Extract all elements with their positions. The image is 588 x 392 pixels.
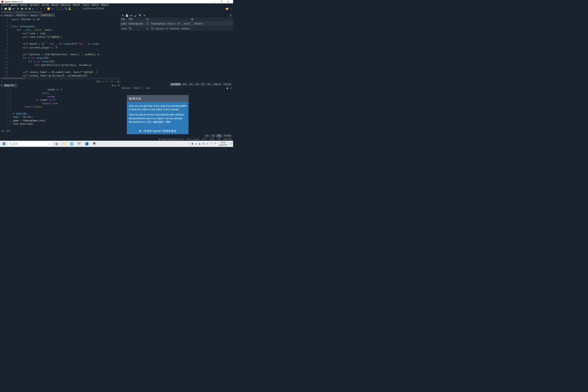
ime-indicator[interactable]: 中 xyxy=(214,142,216,145)
save-as-icon[interactable]: 🗃 xyxy=(130,14,133,17)
browser-icon[interactable]: 🌐 xyxy=(68,141,75,146)
tab-variable-explorer[interactable]: 变量管理器 xyxy=(170,83,181,86)
word-icon[interactable]: ⬚ xyxy=(114,80,116,82)
maximize-button[interactable]: ❐ xyxy=(218,1,225,3)
delete-icon[interactable]: 🧹 xyxy=(134,14,137,17)
tab-online-help[interactable]: 在线帮助 xyxy=(222,134,232,138)
menu-tools[interactable]: 工具(T) xyxy=(81,4,90,7)
lock-icon[interactable]: 🔒 xyxy=(226,87,229,89)
menu-projects[interactable]: 项目(P) xyxy=(72,4,81,7)
save-all-icon[interactable]: 🗃 xyxy=(12,7,15,10)
tab-breakpoints[interactable]: 断点 xyxy=(206,83,212,86)
tab-files[interactable]: 文件 xyxy=(204,134,210,138)
help-object-input[interactable] xyxy=(151,88,185,88)
notifications-icon[interactable]: 💬 xyxy=(230,143,232,145)
horizontal-scrollbar[interactable] xyxy=(0,77,120,79)
fullscreen-icon[interactable]: ⛶ xyxy=(60,7,62,10)
working-dir[interactable]: E:\文档\Python工作目录 xyxy=(82,7,104,10)
close-button[interactable]: ✕ xyxy=(225,1,232,3)
menu-consoles[interactable]: 控制台(O) xyxy=(60,4,71,7)
clear-console-icon[interactable]: 🧹 xyxy=(114,84,117,86)
save-icon[interactable]: 💾 xyxy=(8,7,11,10)
highlight-icon[interactable]: ▦ xyxy=(117,80,119,82)
edge-icon[interactable]: 🔵 xyxy=(83,141,90,146)
security-icon[interactable]: 🛡 xyxy=(207,143,209,145)
close-icon[interactable]: ✕ xyxy=(12,14,13,16)
step-into-icon[interactable]: ⤷ xyxy=(39,7,42,10)
menu-run[interactable]: 运行(R) xyxy=(41,4,50,7)
status-env[interactable]: ✿ conda: base (Python 3.7.6) xyxy=(159,138,183,140)
tutorial-link[interactable]: 教程 xyxy=(171,129,176,132)
refresh-var-icon[interactable]: ⟳ xyxy=(143,14,146,17)
parent-dir-icon[interactable]: ↑ xyxy=(230,7,232,10)
tab-plots[interactable]: 绘图 xyxy=(182,83,187,86)
onedrive-icon[interactable]: ☁ xyxy=(195,143,197,145)
fold-icon[interactable]: ▾ xyxy=(9,56,11,58)
close-icon[interactable]: ✕ xyxy=(14,84,16,86)
code-content[interactable]: import tkinter as tk class GobangGame: d… xyxy=(9,17,120,77)
menu-debug[interactable]: 调试(D) xyxy=(50,4,59,7)
start-button[interactable] xyxy=(1,141,7,146)
case-icon[interactable]: Aa xyxy=(111,80,113,82)
system-tray[interactable]: ^ 👤 ☁ 🖧 🔊 🛡 🔋 中 23:492024/1/27 💬 xyxy=(188,142,232,146)
debug-icon[interactable]: ▶ xyxy=(32,7,35,10)
fold-icon[interactable]: ▾ xyxy=(9,28,11,30)
stop-console-icon[interactable]: ■ xyxy=(111,84,114,87)
regex-icon[interactable]: .* xyxy=(108,80,109,82)
open-file-icon[interactable]: 📂 xyxy=(4,7,7,10)
prev-match-icon[interactable]: ⬆ xyxy=(102,80,104,82)
variable-row[interactable]: game GobangGame 1 GobangGame object of _… xyxy=(120,21,233,26)
close-icon[interactable]: ✕ xyxy=(37,14,38,16)
browse-icon[interactable]: 🗀 xyxy=(0,84,3,87)
tab-history[interactable]: 历史 xyxy=(188,83,194,86)
spyder-taskbar-icon[interactable]: 🕷 xyxy=(91,141,98,146)
step-out-icon[interactable]: ⤴ xyxy=(43,7,46,10)
close-search-icon[interactable]: ✕ xyxy=(1,80,3,82)
help-source-select[interactable]: 控制台 xyxy=(133,86,145,90)
options-icon[interactable]: ☰ xyxy=(117,84,120,86)
tab-project[interactable]: 项目 xyxy=(210,134,216,138)
battery-icon[interactable]: 🔋 xyxy=(210,143,213,145)
run-selection-icon[interactable]: ▦ xyxy=(28,7,31,10)
run-cell-icon[interactable]: ▣ xyxy=(21,7,23,10)
tab-pylint[interactable]: 代码分析 xyxy=(222,83,232,86)
chevron-up-icon[interactable]: ^ xyxy=(188,143,189,145)
tab-help[interactable]: 帮助 xyxy=(216,134,222,138)
step-icon[interactable]: ⤵ xyxy=(36,7,39,10)
menu-search[interactable]: 查找(S) xyxy=(20,4,28,7)
tab-find[interactable]: 查找 xyxy=(200,83,206,86)
pythonpath-icon[interactable]: 🐍 xyxy=(68,7,71,10)
browse-dir-icon[interactable]: 📂 xyxy=(226,7,229,10)
menu-source[interactable]: 源代码(C) xyxy=(29,4,40,7)
word-icon[interactable]: W xyxy=(76,141,82,146)
taskbar-search[interactable]: 🔍 搜索 ☁️ xyxy=(8,141,53,146)
continue-icon[interactable]: ⏩ xyxy=(47,7,50,10)
console-tab-1a[interactable]: 控制台 1/A✕ xyxy=(3,84,17,87)
menu-view[interactable]: 查看(V) xyxy=(91,4,100,7)
stop-debug-icon[interactable]: ■ xyxy=(51,7,54,10)
file-browser-icon[interactable]: 🗀 xyxy=(0,14,3,16)
import-data-icon[interactable]: ⬇ xyxy=(122,14,124,17)
ipython-console[interactable]: ...: count += 1 ...: else: ...: break ..… xyxy=(0,87,120,138)
forward-icon[interactable]: → xyxy=(77,7,80,10)
new-file-icon[interactable]: 🗋 xyxy=(1,7,4,10)
explorer-icon[interactable]: 📁 xyxy=(61,141,68,146)
preferences-icon[interactable]: 🔧 xyxy=(65,7,67,10)
tab-unnamed4[interactable]: 未命名4.py*✕ xyxy=(40,14,55,17)
save-data-icon[interactable]: 💾 xyxy=(125,14,128,17)
back-icon[interactable]: ← xyxy=(73,7,76,10)
next-match-icon[interactable]: ⬇ xyxy=(105,80,107,82)
search-var-icon[interactable]: 🔍 xyxy=(139,14,142,17)
close-icon[interactable]: ✕ xyxy=(52,14,53,16)
maximize-pane-icon[interactable]: ⛶ xyxy=(56,7,59,10)
menu-edit[interactable]: 编辑(E) xyxy=(10,4,19,7)
variable-row[interactable]: root Tk 1 Tk object of tkinter module xyxy=(120,26,233,31)
close-icon[interactable]: ✕ xyxy=(26,14,27,16)
fold-icon[interactable]: ▾ xyxy=(9,60,11,61)
tab-profiler[interactable]: 性能分析 xyxy=(213,83,222,86)
fold-icon[interactable]: ▾ xyxy=(9,24,11,26)
menu-help[interactable]: 帮助(H) xyxy=(100,4,109,7)
var-options-icon[interactable]: ☰ xyxy=(229,14,232,17)
code-editor[interactable]: 1234567891011121314151617 ▾ ▾ ▾ ▾ import… xyxy=(0,17,120,77)
minimize-button[interactable]: — xyxy=(211,1,218,3)
